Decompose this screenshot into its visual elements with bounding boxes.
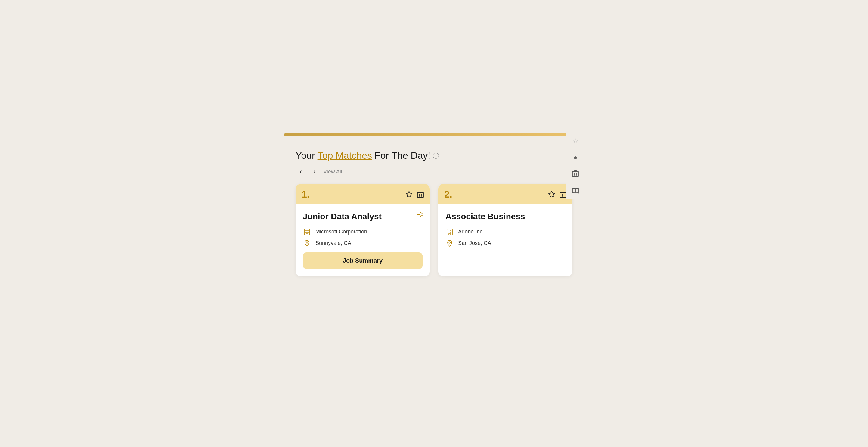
building-icon-1 [303,228,311,236]
top-accent [283,133,566,136]
card-header-1: 1. [296,184,430,204]
page-title: Your Top Matches For The Day! i [296,150,572,161]
svg-rect-0 [572,171,579,177]
card-header-icons-2 [548,191,566,199]
location-icon-1 [303,240,311,247]
svg-rect-13 [448,232,449,233]
svg-rect-12 [450,230,451,231]
title-prefix: Your [296,150,315,161]
card-2-delete-button[interactable] [560,191,566,198]
location-icon-2 [445,240,454,247]
nav-row: ‹ › View All [296,167,572,177]
svg-rect-14 [450,232,451,233]
svg-rect-15 [449,234,451,235]
job-summary-button-1[interactable]: Job Summary [303,252,423,269]
cards-row: 1. [296,184,572,276]
sidebar-person-icon[interactable]: ● [574,154,577,161]
company-row-1: Microsoft Corporation [303,228,423,236]
svg-rect-3 [306,230,306,231]
svg-rect-1 [417,192,424,198]
svg-point-16 [449,242,451,243]
main-container: ☆ ● Your Top Matches For The Day! i ‹ › … [283,133,585,314]
svg-rect-2 [304,229,310,235]
svg-rect-9 [560,192,566,198]
card-body-1: Junior Data Analyst Microsoft Corporatio… [296,204,430,276]
building-icon-2 [445,228,454,236]
svg-rect-10 [447,229,452,235]
job-title-1: Junior Data Analyst [303,211,423,222]
job-card-1: 1. [296,184,430,276]
card-body-2: Associate Business Adobe Inc. [438,204,572,259]
svg-rect-4 [308,230,309,231]
prev-button[interactable]: ‹ [296,167,306,177]
next-button[interactable]: › [309,167,320,177]
card-number-2: 2. [444,189,452,200]
card-1-star-button[interactable] [405,191,413,199]
company-name-2: Adobe Inc. [458,229,484,235]
location-1: Sunnyvale, CA [315,240,351,246]
job-title-2: Associate Business [445,211,565,222]
card-number-1: 1. [302,189,310,200]
card-1-delete-button[interactable] [417,191,424,198]
card-2-star-button[interactable] [548,191,556,199]
title-highlight[interactable]: Top Matches [317,150,372,161]
card-header-icons-1 [405,191,424,199]
svg-point-8 [306,242,308,243]
view-all-link[interactable]: View All [323,169,342,175]
svg-rect-6 [308,232,309,233]
svg-rect-7 [306,234,308,235]
company-name-1: Microsoft Corporation [315,229,367,235]
info-icon[interactable]: i [433,153,439,159]
location-row-1: Sunnyvale, CA [303,240,423,247]
location-row-2: San Jose, CA [445,240,565,247]
location-2: San Jose, CA [458,240,491,246]
svg-rect-5 [306,232,306,233]
sidebar-star-icon[interactable]: ☆ [572,137,579,145]
sidebar-trash-icon[interactable] [572,170,579,179]
card-header-2: 2. [438,184,572,204]
sidebar-book-icon[interactable] [572,187,579,196]
sidebar: ☆ ● [566,133,585,200]
job-card-2: 2. [438,184,572,276]
title-suffix: For The Day! [374,150,430,161]
company-row-2: Adobe Inc. [445,228,565,236]
svg-rect-11 [448,230,449,231]
